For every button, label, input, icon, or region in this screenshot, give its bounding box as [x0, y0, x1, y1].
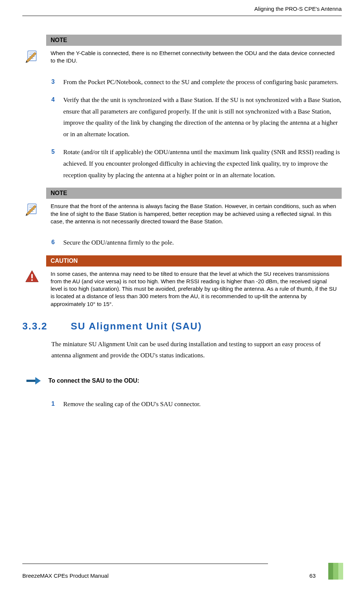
svg-rect-11: [31, 279, 33, 281]
step-item: 6 Secure the ODU/antenna firmly to the p…: [51, 237, 342, 249]
arrow-icon: [18, 376, 48, 385]
caution-icon: [18, 255, 46, 283]
procedure-heading: To connect the SAU to the ODU:: [18, 376, 342, 385]
note-callout: NOTE When the Y-Cable is connected, ther…: [18, 35, 342, 66]
page-footer: BreezeMAX CPEs Product Manual 63: [22, 569, 342, 579]
step-text: From the Pocket PC/Notebook, connect to …: [63, 77, 342, 88]
footer-page-number: 63: [309, 573, 316, 579]
step-number: 5: [51, 147, 63, 181]
running-header-text: Aligning the PRO-S CPE's Antenna: [254, 6, 342, 12]
note-callout: NOTE Ensure that the front of the antenn…: [18, 188, 342, 227]
step-number: 4: [51, 95, 63, 140]
section-heading: 3.3.2 SU Alignment Unit (SAU): [22, 320, 342, 332]
footer-color-bar: [328, 563, 343, 580]
step-number: 1: [51, 399, 63, 410]
step-text: Remove the sealing cap of the ODU's SAU …: [63, 399, 342, 410]
note-label: NOTE: [46, 188, 342, 199]
note-body: Ensure that the front of the antenna is …: [46, 199, 342, 227]
step-text: Verify that the the unit is synchronized…: [63, 95, 342, 140]
step-item: 3 From the Pocket PC/Notebook, connect t…: [51, 77, 342, 88]
caution-label: CAUTION: [46, 255, 342, 267]
note-body: When the Y-Cable is connected, there is …: [46, 46, 342, 66]
section-paragraph: The miniature SU Alignment Unit can be u…: [51, 339, 342, 361]
footer-rule: [22, 564, 268, 564]
step-item: 1 Remove the sealing cap of the ODU's SA…: [51, 399, 342, 410]
step-number: 6: [51, 237, 63, 249]
section-number: 3.3.2: [22, 320, 71, 332]
note-label: NOTE: [46, 35, 342, 46]
caution-callout: CAUTION In some cases, the antenna may n…: [18, 255, 342, 309]
section-title: SU Alignment Unit (SAU): [71, 320, 202, 332]
footer-book-title: BreezeMAX CPEs Product Manual: [22, 573, 109, 579]
note-icon: [18, 35, 46, 63]
step-text: Rotate (and/or tilt if applicable) the O…: [63, 147, 342, 181]
svg-rect-10: [31, 274, 33, 278]
running-header: Aligning the PRO-S CPE's Antenna: [22, 6, 342, 16]
step-number: 3: [51, 77, 63, 88]
step-item: 5 Rotate (and/or tilt if applicable) the…: [51, 147, 342, 181]
step-item: 4 Verify that the the unit is synchroniz…: [51, 95, 342, 140]
note-icon: [18, 188, 46, 216]
procedure-title: To connect the SAU to the ODU:: [48, 377, 139, 384]
caution-body: In some cases, the antenna may need to b…: [46, 267, 342, 309]
step-text: Secure the ODU/antenna firmly to the pol…: [63, 237, 342, 249]
